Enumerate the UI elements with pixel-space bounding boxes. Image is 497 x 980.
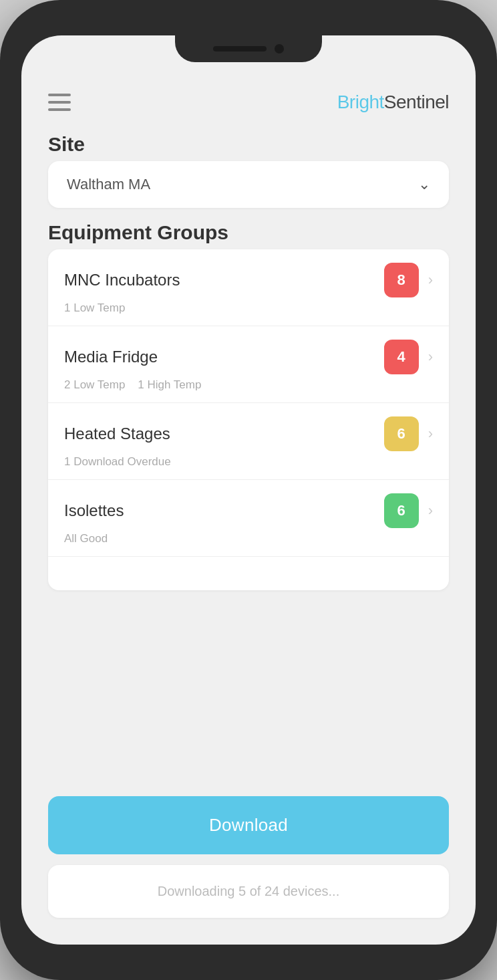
download-status-card: Downloading 5 of 24 devices... [48,865,449,918]
site-section: Site Waltham MA ⌄ [48,133,449,208]
badge-isolettes: 6 [384,493,419,528]
logo-bright: Bright [337,92,384,112]
site-label: Site [48,133,449,156]
card-spacer [48,557,449,590]
logo: BrightSentinel [337,92,449,113]
group-status-mnc: 1 Low Temp [64,301,125,314]
speaker [213,46,267,51]
app-content: BrightSentinel Site Waltham MA ⌄ Equipme… [21,35,476,945]
phone-screen: BrightSentinel Site Waltham MA ⌄ Equipme… [21,35,476,945]
group-left-heated: Heated Stages [64,424,170,443]
group-name-heated: Heated Stages [64,424,170,443]
group-left-mnc: MNC Incubators [64,271,180,289]
group-status-media: 2 Low Temp 1 High Temp [64,378,201,391]
group-sub-mnc: 1 Low Temp [48,301,449,326]
group-name-media: Media Fridge [64,348,158,366]
group-name-isolettes: Isolettes [64,501,124,520]
group-sub-isolettes: All Good [48,532,449,556]
equipment-group-card: MNC Incubators 8 › 1 Low Temp [48,249,449,590]
chevron-right-icon-media: › [428,348,433,366]
main-content: Site Waltham MA ⌄ Equipment Groups [21,126,476,796]
camera [275,44,284,53]
equipment-groups-section: Equipment Groups MNC Incubators 8 › [48,221,449,590]
chevron-right-icon-isolettes: › [428,502,433,519]
download-status-text: Downloading 5 of 24 devices... [158,884,339,898]
download-button[interactable]: Download [48,796,449,854]
group-status-isolettes: All Good [64,532,108,545]
group-status-heated: 1 Download Overdue [64,455,171,468]
logo-sentinel: Sentinel [384,92,449,112]
group-sub-media: 2 Low Temp 1 High Temp [48,378,449,402]
group-row-heated-stages: Heated Stages 6 › 1 Download Overdue [48,403,449,480]
group-row-mnc-incubators: MNC Incubators 8 › 1 Low Temp [48,249,449,326]
group-left-media: Media Fridge [64,348,158,366]
phone-shell: BrightSentinel Site Waltham MA ⌄ Equipme… [0,0,497,980]
equipment-groups-label: Equipment Groups [48,221,449,244]
chevron-down-icon: ⌄ [418,176,430,193]
header: BrightSentinel [21,76,476,126]
badge-heated: 6 [384,416,419,451]
group-sub-heated: 1 Download Overdue [48,455,449,479]
chevron-right-icon-heated: › [428,425,433,443]
group-right-mnc: 8 › [384,263,433,297]
notch [175,35,322,62]
group-left-isolettes: Isolettes [64,501,124,520]
group-row-isolettes: Isolettes 6 › All Good [48,480,449,557]
group-row-media-fridge: Media Fridge 4 › 2 Low Temp 1 High Temp [48,326,449,403]
group-name-mnc: MNC Incubators [64,271,180,289]
group-right-isolettes: 6 › [384,493,433,528]
badge-mnc: 8 [384,263,419,297]
group-item-mnc-incubators[interactable]: MNC Incubators 8 › [48,249,449,301]
chevron-right-icon-mnc: › [428,271,433,289]
group-item-isolettes[interactable]: Isolettes 6 › [48,480,449,532]
bottom-area: Download Downloading 5 of 24 devices... [21,796,476,945]
group-right-heated: 6 › [384,416,433,451]
site-dropdown-value: Waltham MA [67,176,150,193]
group-right-media: 4 › [384,340,433,374]
hamburger-menu-icon[interactable] [48,94,71,111]
group-item-heated-stages[interactable]: Heated Stages 6 › [48,403,449,455]
site-dropdown[interactable]: Waltham MA ⌄ [48,161,449,208]
badge-media: 4 [384,340,419,374]
group-item-media-fridge[interactable]: Media Fridge 4 › [48,326,449,378]
